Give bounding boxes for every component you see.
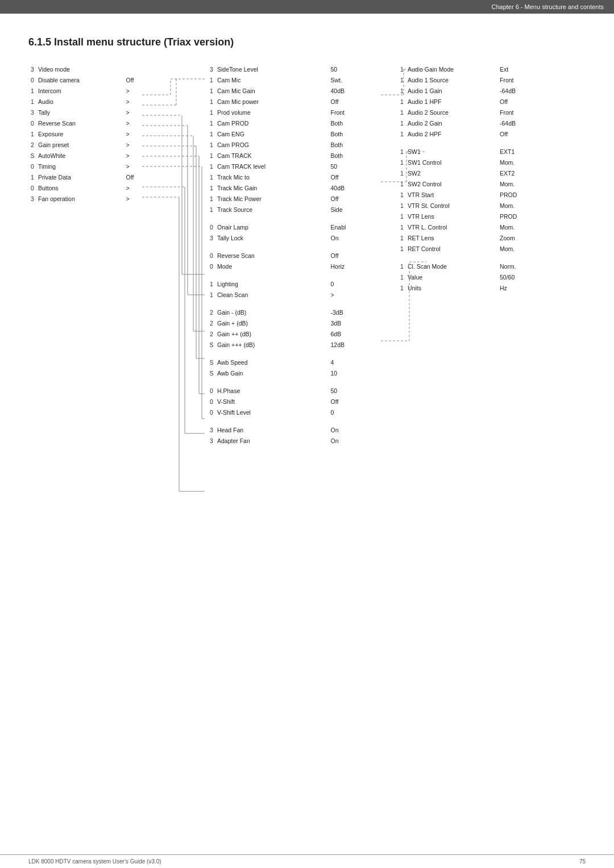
row-num: 1: [208, 97, 215, 107]
row-value: Enabl: [329, 222, 367, 233]
row-label: Audio 2 Source: [406, 107, 498, 118]
row-num: 1: [208, 129, 215, 140]
row-label: VTR L. Control: [406, 222, 498, 233]
menu-row: 0 Buttons >: [28, 183, 154, 194]
menu-row: 3 SideTone Level 50: [208, 64, 367, 75]
menu-row: S Awb Gain 10: [208, 368, 367, 379]
row-num: 1: [28, 97, 36, 107]
row-num: 1: [208, 183, 215, 194]
menu-row: 2 Gain ++ (dB) 6dB: [208, 329, 367, 340]
menu-row: 1 RET Control Mom.: [398, 244, 529, 254]
row-value: On: [329, 425, 367, 436]
row-value: 0: [329, 407, 367, 418]
footer: LDK 8000 HDTV camera system User's Guide…: [0, 854, 614, 868]
row-label: Audio 1 Source: [406, 75, 498, 86]
row-num: 1: [208, 75, 215, 86]
menu-row: 1 Cam TRACK Both: [208, 151, 367, 161]
row-value: >: [125, 129, 154, 140]
row-num: 0: [28, 161, 36, 172]
row-num: 1: [28, 172, 36, 183]
row-value: >: [125, 107, 154, 118]
row-value: 40dB: [329, 86, 367, 97]
row-label: Private Data: [36, 172, 125, 183]
row-num: 0: [208, 397, 215, 407]
col2-table: 3 SideTone Level 50 1 Cam Mic Swt. 1 Cam…: [208, 64, 367, 446]
row-value: >: [125, 161, 154, 172]
row-num: 1: [208, 279, 215, 290]
row-num: 0: [28, 118, 36, 129]
row-num: 1: [398, 75, 406, 86]
row-value: 50: [329, 161, 367, 172]
row-value: Ext: [498, 64, 529, 75]
menu-row: 1 Audio 2 HPF Off: [398, 129, 529, 140]
row-value: Both: [329, 129, 367, 140]
row-label: SW1 Control: [406, 157, 498, 168]
row-value: Mom.: [498, 201, 529, 211]
row-label: VTR St. Control: [406, 201, 498, 211]
menu-row: 0 Reverse Scan Off: [208, 251, 367, 261]
menu-row: 3 Fan operation >: [28, 194, 154, 205]
row-label: Cam TRACK level: [215, 161, 329, 172]
menu-row: 1 Prod volume Front: [208, 107, 367, 118]
row-num: 1: [208, 151, 215, 161]
row-label: Audio 1 Gain: [406, 86, 498, 97]
column-1: 3 Video mode 0 Disable camera Off 1 Inte…: [28, 64, 154, 205]
menu-row: 1 Cam Mic Swt.: [208, 75, 367, 86]
row-label: V-Shift: [215, 397, 329, 407]
menu-row: 2 Gain + (dB) 3dB: [208, 318, 367, 329]
menu-row: 1 Value 50/60: [398, 272, 529, 283]
row-num: 1: [28, 86, 36, 97]
row-num: 1: [208, 107, 215, 118]
menu-row: 1 Units Hz: [398, 283, 529, 294]
row-label: Tally: [36, 107, 125, 118]
row-label: Timing: [36, 161, 125, 172]
row-value: Off: [329, 97, 367, 107]
menu-row: 1 Audio 1 Gain -64dB: [398, 86, 529, 97]
row-label: Gain ++ (dB): [215, 329, 329, 340]
menu-row: 2 Gain preset >: [28, 140, 154, 151]
row-label: SW1: [406, 147, 498, 157]
row-num: 1: [208, 172, 215, 183]
row-value: Front: [498, 107, 529, 118]
row-label: Cam Mic power: [215, 97, 329, 107]
row-label: Cam ENG: [215, 129, 329, 140]
row-label: Track Source: [215, 205, 329, 215]
menu-row: 1 Track Source Side: [208, 205, 367, 215]
row-label: Cam Mic Gain: [215, 86, 329, 97]
row-num: 1: [398, 147, 406, 157]
row-label: VTR Start: [406, 190, 498, 201]
row-label: Audio: [36, 97, 125, 107]
row-num: 1: [398, 244, 406, 254]
row-label: SW2: [406, 168, 498, 179]
row-value: Mom.: [498, 244, 529, 254]
row-value: Both: [329, 140, 367, 151]
menu-row: 3 Head Fan On: [208, 425, 367, 436]
row-value: 50: [329, 386, 367, 397]
row-value: Mom.: [498, 179, 529, 190]
footer-right: 75: [579, 858, 586, 865]
row-num: 3: [208, 425, 215, 436]
row-num: 1: [208, 194, 215, 205]
row-value: >: [125, 86, 154, 97]
row-num: 3: [28, 194, 36, 205]
row-num: 3: [208, 64, 215, 75]
row-value: 50: [329, 64, 367, 75]
row-label: Mode: [215, 261, 329, 272]
menu-row: 1 Cam ENG Both: [208, 129, 367, 140]
section-title: 6.1.5 Install menu structure (Triax vers…: [28, 36, 586, 48]
row-value: >: [125, 118, 154, 129]
menu-row: 1 SW1 EXT1: [398, 147, 529, 157]
row-value: 4: [329, 357, 367, 368]
menu-row: 3 Adapter Fan On: [208, 436, 367, 446]
row-label: Gain +++ (dB): [215, 340, 329, 350]
menu-row: 1 Clean Scan >: [208, 290, 367, 301]
row-label: Disable camera: [36, 75, 125, 86]
row-num: 1: [28, 129, 36, 140]
row-num: 1: [398, 129, 406, 140]
menu-row: 0 Timing >: [28, 161, 154, 172]
row-num: 1: [398, 157, 406, 168]
row-value: Off: [329, 397, 367, 407]
menu-row: 1 Track Mic Power Off: [208, 194, 367, 205]
row-num: 2: [208, 318, 215, 329]
row-value: Norm.: [498, 261, 529, 272]
